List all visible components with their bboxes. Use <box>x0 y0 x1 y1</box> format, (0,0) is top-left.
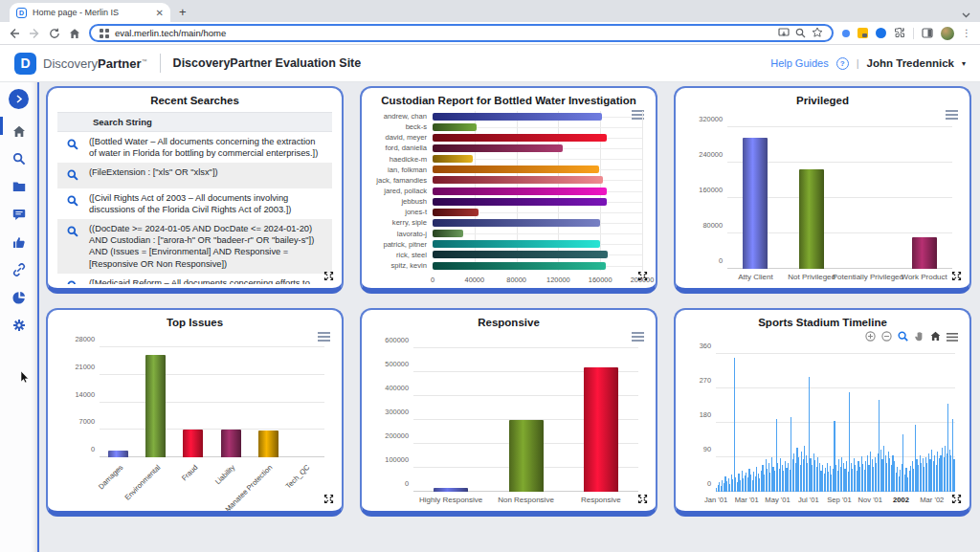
url-bar[interactable]: eval.merlin.tech/main/home <box>89 24 834 42</box>
bar[interactable] <box>433 209 479 216</box>
back-icon[interactable] <box>9 28 20 39</box>
left-nav-sidebar <box>0 82 39 552</box>
selection-zoom-icon[interactable] <box>898 328 908 345</box>
bar[interactable] <box>912 237 937 269</box>
category-label: Atty Client <box>738 273 772 281</box>
tab-close-icon[interactable]: ✕ <box>156 8 164 18</box>
sidebar-item-folders[interactable] <box>9 177 30 196</box>
zoom-icon[interactable] <box>795 25 806 42</box>
sidebar-item-home[interactable] <box>9 121 30 141</box>
bar[interactable] <box>221 430 241 457</box>
bar[interactable] <box>743 138 768 269</box>
bar[interactable] <box>584 367 618 492</box>
pan-icon[interactable] <box>914 328 924 345</box>
bar[interactable] <box>433 134 607 142</box>
forward-icon[interactable] <box>29 28 40 39</box>
sidebar-item-links[interactable] <box>9 260 30 279</box>
profile-avatar[interactable] <box>941 27 954 40</box>
chart-toolbar <box>865 328 958 345</box>
extensions-puzzle-icon[interactable] <box>894 25 905 42</box>
new-tab-button[interactable]: + <box>179 5 187 19</box>
fullscreen-icon[interactable] <box>951 268 962 285</box>
bar[interactable] <box>433 166 599 173</box>
bar[interactable] <box>108 451 128 457</box>
search-row[interactable]: ((DocDate >= 2024-01-05 AND DocDate <= 2… <box>57 219 332 273</box>
sidebar-item-analytics[interactable] <box>9 288 30 307</box>
help-icon[interactable]: ? <box>836 57 849 70</box>
extension-dot-icon[interactable] <box>842 30 850 37</box>
fullscreen-icon[interactable] <box>637 491 648 508</box>
logo-wordmark[interactable]: DiscoveryPartner™ <box>43 56 147 71</box>
axis-tick-label: 160000 <box>699 186 723 194</box>
fullscreen-icon[interactable] <box>323 268 334 285</box>
bookmark-star-icon[interactable] <box>812 25 823 42</box>
reload-icon[interactable] <box>49 28 60 39</box>
axis-tick-label: Mar '01 <box>735 496 759 504</box>
side-panel-icon[interactable] <box>922 25 933 42</box>
caret-down-icon[interactable]: ▾ <box>962 59 966 68</box>
help-guides-link[interactable]: Help Guides <box>770 57 829 69</box>
search-icon[interactable] <box>67 223 80 241</box>
plot-area: 090180270360Jan '01Mar '01May '01Jul '01… <box>716 346 955 492</box>
install-icon[interactable] <box>778 25 790 42</box>
fullscreen-icon[interactable] <box>951 491 962 508</box>
bar[interactable] <box>183 430 203 457</box>
extension-orange-icon[interactable] <box>858 28 868 38</box>
bar[interactable] <box>433 144 563 152</box>
bar-label: lavorato-j <box>371 229 433 239</box>
bar[interactable] <box>145 355 166 457</box>
bar[interactable] <box>433 123 477 131</box>
sidebar-item-chat[interactable] <box>9 205 30 224</box>
axis-tick-label: 120000 <box>546 276 570 284</box>
fullscreen-icon[interactable] <box>323 491 334 508</box>
zoom-in-icon[interactable] <box>865 328 876 345</box>
zoom-out-icon[interactable] <box>881 328 892 345</box>
bar[interactable] <box>433 230 463 237</box>
bar[interactable] <box>433 176 603 184</box>
discoverypartner-logo-icon[interactable]: D <box>14 53 36 75</box>
bar[interactable] <box>953 459 954 492</box>
sidebar-item-settings[interactable] <box>9 316 30 335</box>
site-info-icon[interactable] <box>100 25 109 42</box>
search-string: ([Civil Rights Act of 2003 – All documen… <box>89 192 324 215</box>
bar[interactable] <box>433 240 600 248</box>
sidebar-item-review[interactable] <box>9 232 30 252</box>
bar-label: jack, famandies <box>371 175 433 186</box>
search-icon[interactable] <box>67 192 80 210</box>
search-row[interactable]: ([Civil Rights Act of 2003 – All documen… <box>57 188 332 219</box>
bar[interactable] <box>734 358 735 492</box>
search-icon[interactable] <box>67 136 80 154</box>
search-row[interactable]: ([Medicaid Reform – All documents concer… <box>57 274 332 284</box>
home-icon[interactable] <box>69 28 80 39</box>
url-text[interactable]: eval.merlin.tech/main/home <box>115 28 772 38</box>
axis-tick-label: 90 <box>703 445 711 453</box>
bar[interactable] <box>433 198 607 206</box>
bar[interactable] <box>433 219 600 227</box>
search-row[interactable]: (FileExtension : ["xls" OR "xlsx"]) <box>57 163 332 188</box>
menu-icon[interactable] <box>947 328 958 345</box>
search-icon[interactable] <box>67 166 80 185</box>
bar[interactable] <box>509 420 544 492</box>
category-label: Liability <box>213 463 236 486</box>
browser-tab[interactable]: D Home page - Merlin IS ✕ <box>10 3 170 22</box>
bar[interactable] <box>433 262 606 270</box>
user-menu[interactable]: John Tredennick <box>867 57 954 69</box>
plot-area: 0100000200000300000400000500000600000Hig… <box>413 341 638 492</box>
bar[interactable] <box>434 488 468 492</box>
sidebar-item-search[interactable] <box>9 149 30 168</box>
bar[interactable] <box>433 155 473 163</box>
bar[interactable] <box>258 431 278 457</box>
kebab-menu-icon[interactable]: ⋮ <box>962 28 971 38</box>
search-icon[interactable] <box>67 277 80 284</box>
bar[interactable] <box>433 188 607 195</box>
bar[interactable] <box>799 169 824 269</box>
category-label: Highly Responsive <box>419 496 482 504</box>
fullscreen-icon[interactable] <box>637 268 648 285</box>
chevron-down-icon[interactable] <box>962 5 970 22</box>
sidebar-expand-button[interactable] <box>9 89 29 109</box>
bar[interactable] <box>433 251 608 258</box>
extension-blue-icon[interactable] <box>876 28 886 38</box>
home-reset-icon[interactable] <box>930 328 941 345</box>
search-row[interactable]: ([Bottled Water – All documents concerni… <box>57 132 332 163</box>
bar[interactable] <box>433 113 602 121</box>
